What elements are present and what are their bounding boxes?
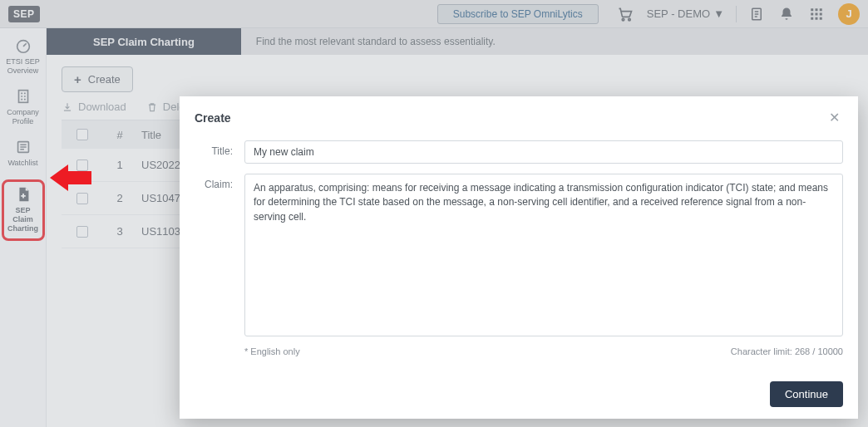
svg-rect-8 — [820, 12, 822, 15]
apps-grid-icon[interactable] — [805, 2, 828, 26]
sidebar-label: Watchlist — [7, 159, 37, 168]
title-label: Title: — [195, 140, 233, 164]
plus-icon: + — [74, 72, 81, 86]
row-num: 3 — [103, 225, 136, 238]
create-modal: Create ✕ Title: Claim: * English only Ch… — [180, 96, 858, 419]
modal-title: Create — [195, 111, 231, 125]
char-limit: Character limit: 268 / 10000 — [731, 346, 843, 356]
page-subtitle: Find the most relevant standard to asses… — [256, 36, 496, 47]
sidebar-item-company[interactable]: Company Profile — [2, 87, 45, 126]
row-checkbox[interactable] — [76, 193, 88, 204]
create-button-label: Create — [88, 73, 121, 86]
close-icon[interactable]: ✕ — [826, 108, 843, 127]
row-num: 1 — [103, 159, 136, 171]
download-icon — [62, 101, 73, 113]
building-icon — [14, 87, 32, 106]
list-icon — [14, 138, 32, 156]
sidebar-label: SEP Claim Charting — [6, 206, 41, 233]
document-icon[interactable] — [745, 2, 768, 26]
row-checkbox[interactable] — [76, 226, 88, 238]
sidebar-item-watchlist[interactable]: Watchlist — [2, 138, 45, 168]
trash-icon — [146, 101, 158, 113]
page-title: SEP Claim Charting — [47, 28, 241, 55]
english-only-note: * English only — [244, 346, 300, 356]
sidebar-label: Company Profile — [7, 108, 39, 126]
subscribe-button[interactable]: Subscribe to SEP OmniLytics — [437, 4, 599, 24]
create-button[interactable]: + Create — [62, 66, 133, 92]
file-add-icon — [14, 185, 32, 204]
row-num: 2 — [103, 192, 136, 204]
gauge-icon — [14, 37, 32, 55]
sidebar-item-overview[interactable]: ETSI SEP Overview — [2, 37, 45, 76]
account-dropdown[interactable]: SEP - DEMO ▼ — [647, 7, 724, 20]
svg-rect-6 — [811, 12, 813, 15]
svg-rect-9 — [811, 17, 813, 19]
cart-icon[interactable] — [614, 2, 637, 26]
svg-point-1 — [629, 18, 631, 20]
svg-rect-13 — [18, 91, 27, 103]
svg-rect-7 — [816, 12, 818, 15]
row-checkbox[interactable] — [76, 160, 88, 171]
continue-button[interactable]: Continue — [770, 381, 843, 407]
avatar[interactable]: J — [838, 3, 860, 25]
svg-rect-4 — [816, 8, 818, 11]
svg-rect-3 — [811, 8, 813, 11]
svg-rect-5 — [820, 8, 822, 11]
bell-icon[interactable] — [775, 2, 798, 26]
chevron-down-icon: ▼ — [713, 7, 724, 20]
divider — [736, 6, 737, 22]
title-input[interactable] — [244, 140, 843, 164]
col-num: # — [103, 129, 136, 141]
header-checkbox[interactable] — [76, 129, 88, 140]
sidebar-label: ETSI SEP Overview — [6, 57, 40, 76]
download-label: Download — [78, 101, 126, 113]
sidebar-item-claim-charting[interactable]: SEP Claim Charting — [2, 179, 45, 241]
svg-rect-10 — [816, 17, 818, 19]
svg-point-0 — [622, 18, 624, 20]
download-link[interactable]: Download — [62, 101, 126, 113]
account-label: SEP - DEMO — [647, 7, 710, 20]
claim-textarea[interactable] — [244, 174, 843, 336]
svg-rect-11 — [820, 17, 822, 19]
app-logo[interactable]: SEP — [8, 6, 40, 22]
claim-label: Claim: — [195, 174, 233, 336]
